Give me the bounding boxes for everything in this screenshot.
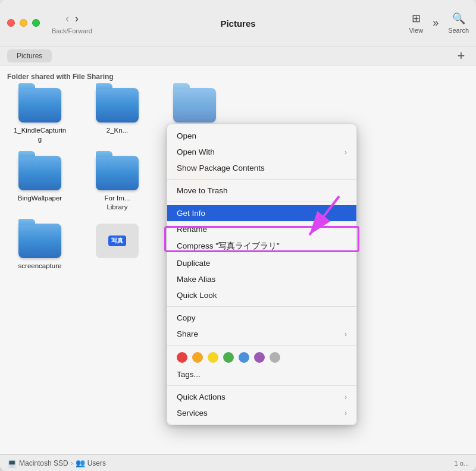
folder-icon-1kindlecapturing: [18, 88, 61, 123]
list-item[interactable]: For Im...Library: [84, 156, 150, 212]
forward-button[interactable]: ›: [73, 11, 81, 26]
menu-item-open[interactable]: Open: [167, 128, 356, 144]
statusbar: 💻 Macintosh SSD › 👥 Users 1 o...: [0, 454, 476, 471]
chevron-control[interactable]: »: [433, 17, 439, 29]
folder-label: 1_KindleCapturing: [14, 126, 66, 144]
folder-label: 2_Kn...: [107, 126, 128, 135]
arrow-icon: ›: [345, 393, 347, 401]
breadcrumb: 💻 Macintosh SSD › 👥 Users: [7, 459, 106, 467]
menu-item-show-package[interactable]: Show Package Contents: [167, 160, 356, 176]
finder-window: ‹ › Back/Forward Pictures ⊞ View » 🔍 Sea…: [0, 0, 476, 471]
chevron-right-icon: »: [433, 17, 439, 29]
menu-item-duplicate[interactable]: Duplicate: [167, 255, 356, 271]
folder-icon-papers: [173, 88, 216, 123]
search-control[interactable]: 🔍 Search: [448, 12, 469, 34]
menu-item-quick-look[interactable]: Quick Look: [167, 287, 356, 303]
list-item[interactable]: BingWallpaper: [7, 156, 73, 212]
menu-item-share[interactable]: Share ›: [167, 326, 356, 342]
color-dot-blue[interactable]: [239, 352, 249, 363]
menu-item-get-info[interactable]: Get Info: [167, 205, 356, 221]
section-label: Folder shared with File Sharing: [7, 73, 469, 81]
color-dots-row: [167, 348, 356, 366]
back-button[interactable]: ‹: [63, 11, 71, 26]
color-dot-orange[interactable]: [192, 352, 203, 363]
nav-section: ‹ › Back/Forward: [52, 11, 92, 34]
color-dot-yellow[interactable]: [208, 352, 218, 363]
color-dot-gray[interactable]: [270, 352, 280, 363]
statusbar-count: 1 o...: [455, 460, 469, 467]
menu-item-quick-actions[interactable]: Quick Actions ›: [167, 389, 356, 405]
tabbar: Pictures +: [0, 46, 476, 65]
menu-separator: [167, 345, 356, 346]
folder-icon-forim: [96, 156, 139, 190]
color-dot-red[interactable]: [177, 352, 187, 363]
minimize-button[interactable]: [20, 19, 27, 27]
menu-separator: [167, 179, 356, 180]
photo-library-icon: 写真: [96, 224, 139, 258]
traffic-lights: [7, 19, 40, 27]
arrow-icon: ›: [345, 330, 347, 338]
menu-item-tags[interactable]: Tags...: [167, 366, 356, 382]
toolbar-right: ⊞ View » 🔍 Search: [409, 12, 469, 34]
list-item[interactable]: 1_KindleCapturing: [7, 88, 73, 144]
shashin-badge: 写真: [108, 236, 126, 246]
menu-item-compress[interactable]: Compress "写真ライブラリ": [167, 237, 356, 255]
color-dot-purple[interactable]: [254, 352, 265, 363]
search-icon: 🔍: [452, 12, 465, 25]
folder-icon-screencapture: [18, 224, 61, 258]
folder-label: BingWallpaper: [18, 194, 62, 203]
view-control[interactable]: ⊞ View: [409, 12, 423, 34]
folder-icon-bingwallpaper: [18, 156, 61, 190]
folder-label: screencapture: [18, 262, 62, 271]
tab-label: Pictures: [17, 52, 42, 60]
menu-item-move-trash[interactable]: Move to Trash: [167, 183, 356, 199]
arrow-icon: ›: [345, 148, 347, 156]
tab-pictures[interactable]: Pictures: [7, 49, 52, 62]
color-dot-green[interactable]: [223, 352, 234, 363]
folder-icon-2kindle: [96, 88, 139, 123]
list-item[interactable]: 2_Kn...: [84, 88, 150, 144]
titlebar: ‹ › Back/Forward Pictures ⊞ View » 🔍 Sea…: [0, 0, 476, 46]
context-menu: Open Open With › Show Package Contents M…: [167, 124, 357, 425]
menu-separator: [167, 202, 356, 202]
arrow-icon: ›: [345, 409, 347, 417]
add-tab-button[interactable]: +: [453, 48, 469, 64]
window-title: Pictures: [220, 18, 255, 28]
grid-icon: ⊞: [412, 12, 421, 25]
close-button[interactable]: [7, 19, 15, 27]
menu-item-open-with[interactable]: Open With ›: [167, 144, 356, 160]
menu-item-make-alias[interactable]: Make Alias: [167, 271, 356, 287]
breadcrumb-sep: ›: [71, 459, 73, 467]
back-forward-label: Back/Forward: [52, 27, 92, 34]
menu-separator: [167, 306, 356, 307]
main-content: Folder shared with File Sharing 1_Kindle…: [0, 65, 476, 454]
menu-item-services[interactable]: Services ›: [167, 405, 356, 421]
menu-item-copy[interactable]: Copy: [167, 310, 356, 326]
menu-item-rename[interactable]: Rename: [167, 221, 356, 237]
maximize-button[interactable]: [32, 19, 40, 27]
list-item[interactable]: 写真: [84, 224, 150, 271]
folder-label: For Im...Library: [105, 194, 130, 212]
menu-separator: [167, 385, 356, 386]
list-item[interactable]: screencapture: [7, 224, 73, 271]
